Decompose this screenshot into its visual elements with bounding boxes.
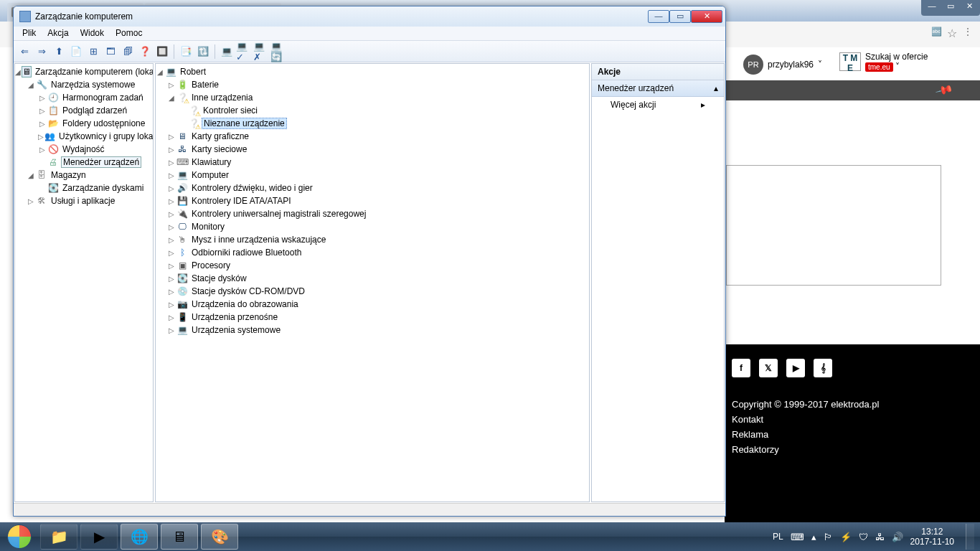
tree-item-devmgr[interactable]: 🖨Menedżer urządzeń — [15, 156, 153, 169]
youtube-icon[interactable]: ▶ — [786, 359, 805, 377]
power-icon[interactable]: ⚡ — [840, 532, 852, 542]
menu-action[interactable]: Akcja — [42, 27, 74, 40]
tree-item-netctrl[interactable]: ❔Kontroler sieci — [156, 104, 589, 117]
taskbar-button-paint[interactable]: 🎨 — [201, 524, 238, 550]
tree-item-gpu[interactable]: ▷🖥Karty graficzne — [156, 130, 589, 143]
tree-twisty-icon[interactable]: ▷ — [38, 133, 44, 141]
tree-item-sysdev[interactable]: ▷💻Urządzenia systemowe — [156, 324, 589, 336]
maximize-button[interactable]: ▭ — [669, 10, 691, 23]
tree-twisty-icon[interactable]: ▷ — [167, 184, 176, 192]
tree-twisty-icon[interactable]: ◢ — [15, 68, 21, 76]
security-icon[interactable]: 🛡 — [859, 532, 868, 542]
toolbar-button-14[interactable]: 💻✓ — [236, 44, 252, 60]
tree-item-unknown[interactable]: ❔Nieznane urządzenie — [156, 117, 589, 130]
tree-twisty-icon[interactable]: ▷ — [167, 81, 176, 89]
tree-twisty-icon[interactable]: ▷ — [167, 146, 176, 154]
footer-link-editors[interactable]: Redaktorzy — [732, 444, 973, 455]
tree-twisty-icon[interactable]: ▷ — [167, 249, 176, 257]
tree-twisty-icon[interactable]: ▷ — [167, 210, 176, 218]
tree-item-imaging[interactable]: ▷📷Urządzenia do obrazowania — [156, 298, 589, 311]
tree-item-host[interactable]: ◢💻Robert — [156, 65, 589, 78]
tree-item-hd[interactable]: ▷💽Stacje dysków — [156, 272, 589, 285]
tree-twisty-icon[interactable]: ▷ — [167, 159, 176, 166]
tree-item-ide[interactable]: ▷💾Kontrolery IDE ATA/ATAPI — [156, 194, 589, 207]
toolbar-button-2[interactable]: ⬆ — [51, 44, 67, 60]
toolbar-button-1[interactable]: ⇒ — [34, 44, 50, 60]
tree-twisty-icon[interactable]: ▷ — [167, 314, 176, 321]
tree-twisty-icon[interactable]: ▷ — [167, 197, 176, 205]
footer-link-ads[interactable]: Reklama — [732, 429, 973, 440]
action-center-icon[interactable]: 🏳 — [824, 532, 833, 542]
tree-twisty-icon[interactable]: ▷ — [167, 236, 176, 244]
tree-twisty-icon[interactable]: ▷ — [167, 275, 176, 283]
tree-item-kbd[interactable]: ▷⌨Klawiatury — [156, 156, 589, 169]
tree-twisty-icon[interactable]: ▷ — [167, 171, 176, 179]
tree-item-perf[interactable]: ▷🚫Wydajność — [15, 143, 153, 156]
tree-item-cpu[interactable]: ▷▣Procesory — [156, 259, 589, 272]
reply-textarea[interactable] — [726, 165, 941, 286]
tree-item-portable[interactable]: ▷📱Urządzenia przenośne — [156, 311, 589, 324]
tree-item-shares[interactable]: ▷📂Foldery udostępnione — [15, 117, 153, 130]
twitter-icon[interactable]: 𝕏 — [759, 359, 778, 377]
toolbar-button-3[interactable]: 📄 — [68, 44, 84, 60]
close-button[interactable]: ✕ — [960, 1, 979, 14]
volume-icon[interactable]: 🔊 — [892, 532, 903, 542]
translate-icon[interactable]: 🔤 — [930, 27, 943, 39]
menu-icon[interactable]: ⋮ — [961, 27, 974, 39]
tree-twisty-icon[interactable]: ◢ — [156, 68, 164, 76]
tree-item-events[interactable]: ▷📋Podgląd zdarzeń — [15, 104, 153, 117]
tree-item-mon[interactable]: ▷🖵Monitory — [156, 220, 589, 233]
facebook-icon[interactable]: f — [732, 359, 750, 377]
toolbar-button-6[interactable]: 🗐 — [120, 44, 136, 60]
tree-twisty-icon[interactable]: ▷ — [167, 133, 176, 141]
tree-twisty-icon[interactable]: ▷ — [167, 262, 176, 270]
toolbar-button-15[interactable]: 💻✗ — [253, 44, 269, 60]
titlebar[interactable]: Zarządzanie komputerem — ▭ ✕ — [14, 6, 725, 27]
tree-twisty-icon[interactable]: ▷ — [38, 146, 47, 154]
taskbar-button-explorer[interactable]: 📁 — [40, 524, 77, 550]
toolbar-button-13[interactable]: 💻 — [219, 44, 235, 60]
tree-twisty-icon[interactable]: ▷ — [38, 94, 47, 102]
nav-tree[interactable]: ◢🖥Zarządzanie komputerem (lokalnym)◢🔧Nar… — [15, 64, 153, 209]
tree-item-cd[interactable]: ▷💿Stacje dysków CD-ROM/DVD — [156, 285, 589, 298]
toolbar-button-16[interactable]: 💻🔄 — [270, 44, 286, 60]
device-tree[interactable]: ◢💻Robert▷🔋Baterie◢❔Inne urządzenia❔Kontr… — [156, 64, 589, 338]
toolbar-button-7[interactable]: ❓ — [137, 44, 153, 60]
tree-twisty-icon[interactable]: ▷ — [167, 288, 176, 296]
toolbar-button-8[interactable]: 🔲 — [154, 44, 170, 60]
tree-item-sys-tools[interactable]: ◢🔧Narzędzia systemowe — [15, 78, 153, 91]
minimize-button[interactable]: — — [923, 1, 941, 14]
menu-view[interactable]: Widok — [75, 27, 110, 40]
clock[interactable]: 13:12 2017-11-10 — [910, 527, 954, 547]
user-menu[interactable]: PR przybylak96 ˅ — [743, 55, 822, 75]
tree-twisty-icon[interactable]: ▷ — [167, 326, 176, 334]
tree-item-bt[interactable]: ▷ᛒOdbiorniki radiowe Bluetooth — [156, 246, 589, 259]
lang-indicator[interactable]: PL — [773, 532, 783, 542]
tray-expand-icon[interactable]: ▴ — [811, 532, 816, 542]
toolbar-button-10[interactable]: 📑 — [178, 44, 194, 60]
taskbar-button-chrome[interactable]: 🌐 — [121, 524, 158, 550]
toolbar-button-4[interactable]: ⊞ — [85, 44, 101, 60]
bookmark-star-icon[interactable]: ☆ — [947, 27, 957, 40]
tree-item-other[interactable]: ◢❔Inne urządzenia — [156, 91, 589, 104]
tree-item-nic[interactable]: ▷🖧Karty sieciowe — [156, 143, 589, 156]
toolbar-button-0[interactable]: ⇐ — [17, 44, 32, 60]
tree-twisty-icon[interactable]: ◢ — [27, 171, 35, 179]
network-icon[interactable]: 🖧 — [875, 532, 885, 542]
tree-twisty-icon[interactable]: ▷ — [27, 197, 35, 205]
tree-item-storage[interactable]: ◢🗄Magazyn — [15, 169, 153, 182]
tree-item-diskmgr[interactable]: 💽Zarządzanie dyskami — [15, 182, 153, 194]
keyboard-icon[interactable]: ⌨ — [791, 532, 804, 542]
tree-twisty-icon[interactable]: ▷ — [167, 301, 176, 309]
tme-widget[interactable]: T ME Szukaj w ofercie tme.eu ˅ — [839, 52, 928, 72]
tree-item-batt[interactable]: ▷🔋Baterie — [156, 78, 589, 91]
tree-item-root[interactable]: ◢🖥Zarządzanie komputerem (lokalnym) — [15, 65, 153, 78]
toolbar-button-5[interactable]: 🗔 — [103, 44, 118, 60]
start-button[interactable] — [0, 522, 39, 551]
footer-link-contact[interactable]: Kontakt — [732, 414, 973, 425]
tree-item-usb[interactable]: ▷🔌Kontrolery uniwersalnej magistrali sze… — [156, 207, 589, 220]
tree-item-users[interactable]: ▷👥Użytkownicy i grupy lokalne — [15, 130, 153, 143]
minimize-button[interactable]: — — [648, 10, 669, 23]
tree-twisty-icon[interactable]: ▷ — [38, 107, 47, 115]
close-button[interactable]: ✕ — [691, 10, 722, 23]
